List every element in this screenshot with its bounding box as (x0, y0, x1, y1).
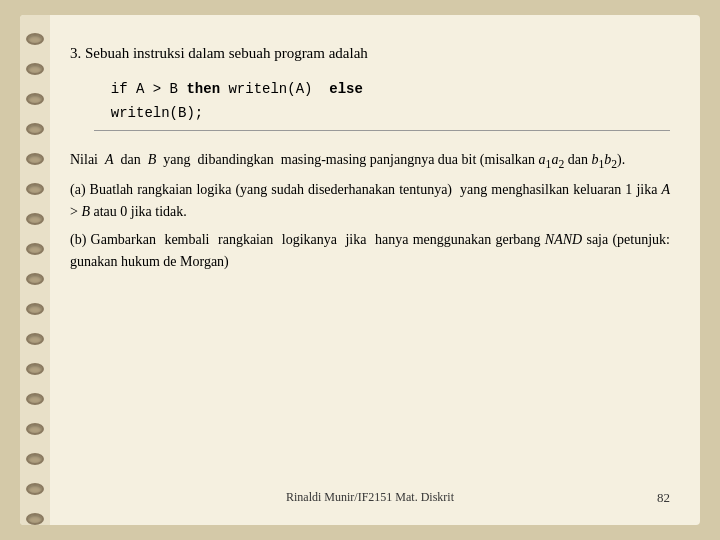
code-line-1: if A > B then writeln(A) else (94, 78, 670, 102)
footer-citation: Rinaldi Munir/IF2151 Mat. Diskrit (286, 490, 454, 505)
code-line-2: writeln(B); (94, 102, 670, 126)
spiral-hole (26, 513, 44, 525)
spiral-hole (26, 183, 44, 195)
spiral-hole (26, 363, 44, 375)
page-number: 82 (657, 490, 670, 506)
footer: Rinaldi Munir/IF2151 Mat. Diskrit 82 (70, 480, 670, 505)
paragraph-part-b: (b) Gambarkan kembali rangkaian logikany… (70, 229, 670, 272)
spiral-hole (26, 33, 44, 45)
spiral-hole (26, 63, 44, 75)
question-header: 3. Sebuah instruksi dalam sebuah program… (70, 43, 670, 64)
spiral-hole (26, 243, 44, 255)
spiral-hole (26, 453, 44, 465)
spiral-hole (26, 93, 44, 105)
spiral-hole (26, 393, 44, 405)
page-content: 3. Sebuah instruksi dalam sebuah program… (50, 15, 700, 525)
paragraph-part-a: (a) Buatlah rangkaian logika (yang sudah… (70, 179, 670, 222)
spiral-hole (26, 423, 44, 435)
spiral-hole (26, 303, 44, 315)
spiral-hole (26, 123, 44, 135)
code-block: if A > B then writeln(A) else writeln(B)… (94, 78, 670, 131)
spiral-hole (26, 273, 44, 285)
spiral-binding (20, 15, 50, 525)
body-text: Nilai A dan B yang dibandingkan masing-m… (70, 149, 670, 279)
spiral-hole (26, 333, 44, 345)
page-container: 3. Sebuah instruksi dalam sebuah program… (20, 15, 700, 525)
spiral-hole (26, 483, 44, 495)
paragraph-intro: Nilai A dan B yang dibandingkan masing-m… (70, 149, 670, 174)
spiral-hole (26, 213, 44, 225)
spiral-hole (26, 153, 44, 165)
